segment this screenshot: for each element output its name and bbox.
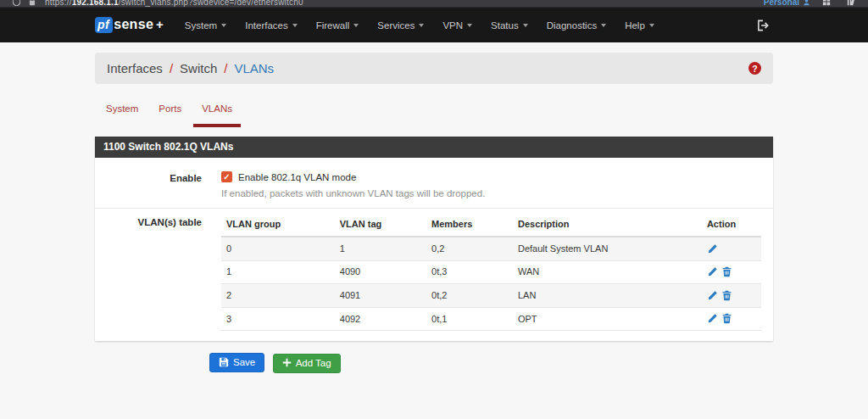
vlan-mode-checkbox[interactable] <box>221 171 232 182</box>
trash-icon <box>721 313 732 324</box>
breadcrumb: Interfaces / Switch / VLANs ? <box>95 53 773 84</box>
col-header-vlan-tag: VLAN tag <box>335 215 426 237</box>
cell-description: Default System VLAN <box>513 237 702 260</box>
nav-item-help[interactable]: Help <box>615 8 664 42</box>
cell-members: 0t,2 <box>426 284 513 308</box>
url-host: 192.168.1.1 <box>72 0 119 7</box>
cell-description: LAN <box>513 284 702 308</box>
col-header-vlan-group: VLAN group <box>221 215 335 237</box>
library-icon[interactable] <box>847 0 855 6</box>
table-header-row: VLAN group VLAN tag Members Description … <box>221 215 761 237</box>
trash-icon <box>721 290 732 301</box>
breadcrumb-interfaces: Interfaces <box>107 61 163 75</box>
floppy-disk-icon <box>219 357 229 367</box>
person-icon <box>803 0 810 6</box>
help-button[interactable]: ? <box>748 62 761 75</box>
pencil-icon <box>707 313 718 324</box>
logo-pf-badge: pf <box>95 17 113 33</box>
question-icon: ? <box>752 64 757 74</box>
cell-members: 0t,3 <box>426 260 513 284</box>
nav-label: Diagnostics <box>547 20 597 31</box>
breadcrumb-separator: / <box>224 61 227 75</box>
nav-label: Help <box>625 20 645 31</box>
logo-sense-text: sense <box>114 17 153 32</box>
table-row: 3 4092 0t,1 OPT <box>221 307 761 331</box>
nav-menu: System Interfaces Firewall Services VPN … <box>175 8 664 42</box>
nav-label: Firewall <box>316 20 350 31</box>
breadcrumb-switch: Switch <box>180 61 217 75</box>
nav-item-vpn[interactable]: VPN <box>433 8 481 42</box>
url-prefix: https:// <box>45 0 72 7</box>
panel-title: 1100 Switch 802.1Q VLANs <box>95 137 773 158</box>
plus-icon <box>282 358 292 367</box>
chevron-down-icon <box>523 24 528 27</box>
save-button-label: Save <box>233 357 255 367</box>
pencil-icon <box>707 243 718 254</box>
nav-item-interfaces[interactable]: Interfaces <box>236 8 307 42</box>
chevron-down-icon <box>601 24 606 27</box>
lock-icon[interactable] <box>29 0 36 6</box>
edit-vlan-button[interactable] <box>707 266 718 277</box>
breadcrumb-vlans: VLANs <box>234 61 274 75</box>
nav-item-services[interactable]: Services <box>368 8 433 42</box>
url-path: /switch_vlans.php?swdevice=/dev/etherswi… <box>119 0 303 7</box>
shield-icon[interactable] <box>13 0 20 6</box>
pfsense-logo[interactable]: pfsense+ <box>95 17 164 33</box>
chevron-down-icon <box>353 24 359 27</box>
chevron-down-icon <box>419 24 424 27</box>
extensions-icon[interactable] <box>822 0 831 6</box>
cell-description: WAN <box>513 260 702 284</box>
cell-vlan-tag: 4090 <box>335 260 426 284</box>
edit-vlan-button[interactable] <box>707 243 718 254</box>
save-button[interactable]: Save <box>209 353 264 372</box>
delete-vlan-button[interactable] <box>721 266 732 277</box>
address-bar[interactable]: https://192.168.1.1/switch_vlans.php?swd… <box>45 0 303 7</box>
enable-row: Enable Enable 802.1q VLAN mode If enable… <box>107 165 761 208</box>
col-header-members: Members <box>426 215 513 237</box>
col-header-action: Action <box>702 215 761 237</box>
profile-button[interactable]: Personal <box>764 0 810 7</box>
top-navbar: pfsense+ System Interfaces Firewall Serv… <box>0 8 868 42</box>
sign-out-icon <box>757 20 770 31</box>
delete-vlan-button[interactable] <box>721 313 732 324</box>
nav-label: Interfaces <box>245 20 288 31</box>
delete-vlan-button[interactable] <box>721 290 732 301</box>
tab-system[interactable]: System <box>97 98 147 127</box>
breadcrumb-separator: / <box>170 61 173 75</box>
cell-vlan-group: 0 <box>221 237 335 260</box>
add-tag-button[interactable]: Add Tag <box>273 354 341 373</box>
vlan-table-row: VLAN(s) table VLAN group VLAN tag Member… <box>107 209 761 340</box>
nav-item-diagnostics[interactable]: Diagnostics <box>537 8 615 42</box>
cell-vlan-tag: 4091 <box>335 284 426 308</box>
nav-item-firewall[interactable]: Firewall <box>307 8 369 42</box>
nav-item-status[interactable]: Status <box>481 8 537 42</box>
vlan-table: VLAN group VLAN tag Members Description … <box>221 215 761 331</box>
vlans-panel: 1100 Switch 802.1Q VLANs Enable Enable 8… <box>95 137 773 341</box>
cell-vlan-group: 3 <box>221 307 335 331</box>
nav-label: Status <box>491 20 519 31</box>
nav-label: Services <box>377 20 415 31</box>
logout-button[interactable] <box>754 20 773 31</box>
table-row: 0 1 0,2 Default System VLAN <box>221 237 761 260</box>
pencil-icon <box>707 266 718 277</box>
cell-vlan-group: 1 <box>221 260 335 284</box>
profile-label: Personal <box>764 0 799 7</box>
edit-vlan-button[interactable] <box>707 313 718 324</box>
logo-plus-text: + <box>156 17 164 31</box>
nav-item-system[interactable]: System <box>175 8 236 42</box>
cell-vlan-group: 2 <box>221 284 335 308</box>
trash-icon <box>721 266 732 277</box>
chevron-down-icon <box>221 24 226 27</box>
browser-chrome-bar: https://192.168.1.1/switch_vlans.php?swd… <box>0 0 868 8</box>
edit-vlan-button[interactable] <box>707 290 718 301</box>
table-row: 2 4091 0t,2 LAN <box>221 284 761 308</box>
nav-label: System <box>185 20 217 31</box>
enable-help-text: If enabled, packets with unknown VLAN ta… <box>221 188 761 198</box>
tab-vlans[interactable]: VLANs <box>193 98 241 127</box>
chevron-down-icon <box>467 24 472 27</box>
chevron-down-icon <box>292 24 298 27</box>
pencil-icon <box>707 290 718 301</box>
vlan-table-label: VLAN(s) table <box>107 215 202 331</box>
tab-ports[interactable]: Ports <box>150 98 190 127</box>
nav-label: VPN <box>442 20 463 31</box>
